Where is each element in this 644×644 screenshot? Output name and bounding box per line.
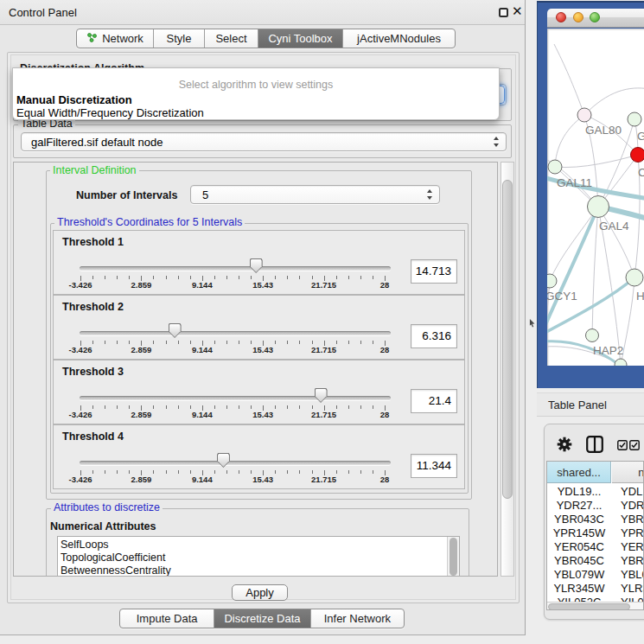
slider-tick [117, 276, 118, 279]
table-cell-name[interactable]: YBL079W [621, 568, 644, 581]
tab-jactivemnodules[interactable]: jActiveMNodules [343, 29, 455, 48]
table-row[interactable]: YBL079WYBL079W [547, 568, 644, 582]
table-row[interactable]: YDR27...YDR277C [547, 499, 644, 513]
threshold-slider-thumb[interactable] [217, 453, 230, 468]
minimize-light[interactable] [573, 12, 583, 22]
slider-tick [239, 405, 239, 409]
table-cell-shared-name[interactable]: YBL079W [547, 568, 611, 581]
table-row[interactable]: YBR043CYBR043C [547, 513, 644, 526]
attribute-list-item[interactable]: BetweennessCentrality [61, 564, 441, 577]
table-cell-shared-name[interactable]: YPR145W [547, 526, 611, 539]
slider-tick [214, 276, 215, 279]
checkbox-icon[interactable] [617, 438, 628, 454]
slider-tick [275, 341, 276, 344]
split-columns-icon[interactable] [586, 436, 603, 456]
tab-infer-network[interactable]: Infer Network [311, 609, 404, 628]
table-cell-shared-name[interactable]: YBR043C [547, 513, 611, 526]
threshold-row: Threshold 1-3.4262.8599.14415.4321.71528… [53, 230, 465, 295]
tab-style[interactable]: Style [154, 29, 205, 48]
attributes-list-scrollbar[interactable] [447, 537, 459, 577]
slider-tick-label: 9.144 [192, 280, 213, 290]
threshold-slider-thumb[interactable] [315, 388, 328, 403]
threshold-value-field[interactable]: 21.4 [411, 389, 457, 413]
network-edge[interactable] [554, 44, 584, 115]
table-horizontal-scrollbar[interactable] [547, 602, 643, 610]
table-cell-shared-name[interactable]: YER054C [547, 540, 611, 553]
close-light[interactable] [556, 12, 566, 22]
tab-cyni-toolbox[interactable]: Cyni Toolbox [258, 29, 343, 48]
threshold-slider-track[interactable] [80, 461, 391, 465]
table-column-header-name[interactable]: name [612, 462, 644, 483]
attribute-list-item[interactable]: SelfLoops [61, 539, 441, 552]
threshold-value-field[interactable]: 11.344 [411, 454, 457, 478]
network-node[interactable] [586, 329, 599, 342]
numerical-attributes-list[interactable]: SelfLoopsTopologicalCoefficientBetweenne… [57, 536, 460, 577]
tab-discretize-data[interactable]: Discretize Data [214, 609, 310, 628]
threshold-slider-track[interactable] [80, 396, 391, 400]
algorithm-option[interactable]: Manual Discretization [13, 93, 499, 106]
float-window-icon[interactable] [499, 8, 508, 17]
table-row[interactable]: YBR045CYBR045C [547, 554, 644, 568]
attributes-list-scrollbar-thumb[interactable] [450, 538, 457, 576]
threshold-slider-track[interactable] [80, 331, 391, 335]
tab-network[interactable]: Network [77, 29, 154, 48]
network-node[interactable] [548, 160, 562, 174]
network-edge[interactable] [598, 207, 634, 277]
table-cell-name[interactable]: YDR277C [621, 499, 644, 512]
tab-impute-data[interactable]: Impute Data [120, 609, 214, 628]
network-edge[interactable] [592, 207, 598, 335]
threshold-value-field[interactable]: 6.316 [411, 324, 457, 348]
network-edge[interactable] [547, 277, 634, 333]
slider-tick [214, 470, 215, 474]
network-node[interactable] [631, 148, 644, 163]
slider-tick [336, 276, 337, 279]
table-row[interactable]: YLR345WYLR345W [547, 582, 644, 596]
network-edge[interactable] [555, 155, 638, 168]
table-cell-shared-name[interactable]: YLR345W [547, 582, 611, 595]
network-node[interactable] [626, 269, 643, 286]
attribute-list-item[interactable]: TopologicalCoefficient [61, 552, 441, 564]
network-edge[interactable] [555, 115, 584, 167]
network-canvas[interactable]: GAL80GCGAL11GAL4GCY1HHAP2 [547, 29, 644, 366]
table-cell-name[interactable]: YBR043C [621, 513, 644, 526]
table-cell-name[interactable]: YDL194W [621, 485, 644, 498]
table-row[interactable]: YER054CYER054C [547, 540, 644, 554]
slider-tick [166, 470, 167, 474]
table-cell-shared-name[interactable]: YDR27... [547, 499, 611, 512]
network-edge[interactable] [550, 207, 598, 281]
apply-button[interactable]: Apply [232, 584, 288, 601]
settings-vertical-scrollbar-thumb[interactable] [502, 180, 513, 499]
threshold-slider-thumb[interactable] [250, 258, 263, 273]
network-node[interactable] [547, 274, 557, 288]
table-cell-shared-name[interactable]: YBR045C [547, 554, 611, 567]
settings-gear-icon[interactable] [557, 437, 572, 456]
threshold-value-field[interactable]: 14.713 [411, 259, 457, 284]
threshold-slider-track[interactable] [80, 266, 391, 271]
close-icon[interactable]: ✕ [512, 3, 523, 19]
table-cell-name[interactable]: YLR345W [621, 582, 644, 595]
tab-select[interactable]: Select [205, 29, 258, 48]
table-data-combobox[interactable]: galFiltered.sif default node [21, 132, 507, 151]
table-cell-shared-name[interactable]: YDL19... [547, 485, 611, 498]
slider-tick [190, 470, 191, 474]
network-edge[interactable] [584, 88, 644, 115]
threshold-slider-thumb[interactable] [169, 323, 182, 338]
slider-tick [214, 341, 215, 344]
table-cell-name[interactable]: YPR145W [621, 526, 644, 539]
network-edge[interactable] [547, 281, 550, 333]
zoom-light[interactable] [590, 12, 600, 22]
table-row[interactable]: YDL19...YDL194W [547, 485, 644, 499]
algorithm-option[interactable]: Equal Width/Frequency Discretization [13, 106, 499, 119]
table-cell-name[interactable]: YBR045C [621, 554, 644, 567]
network-node[interactable] [588, 196, 609, 218]
table-column-header-shared-name[interactable]: shared... [547, 462, 611, 483]
checkbox-icon[interactable] [629, 438, 640, 454]
number-of-intervals-combobox[interactable]: 5 [190, 185, 440, 204]
table-horizontal-scrollbar-thumb[interactable] [548, 603, 630, 610]
network-node[interactable] [615, 359, 627, 366]
network-node[interactable] [628, 112, 641, 126]
slider-tick-label: 21.715 [311, 475, 336, 484]
table-cell-name[interactable]: YER054C [621, 540, 644, 553]
table-row[interactable]: YPR145WYPR145W [547, 526, 644, 540]
network-node[interactable] [577, 108, 591, 122]
